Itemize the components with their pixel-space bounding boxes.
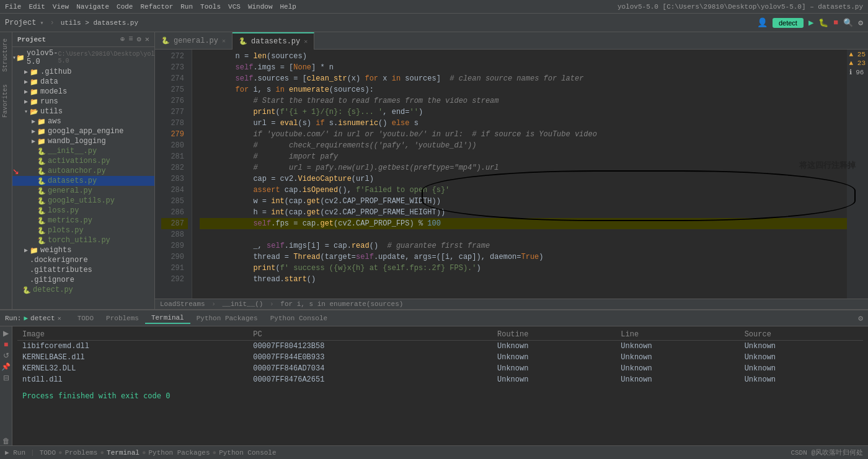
tree-dockerignore[interactable]: .dockerignore — [12, 255, 154, 265]
tree-datasets[interactable]: 🐍 datasets.py — [12, 176, 154, 186]
status-terminal[interactable]: Terminal — [107, 449, 140, 457]
menu-file[interactable]: File — [5, 3, 21, 11]
cell-routine-1: Unknown — [492, 352, 616, 363]
tree-data[interactable]: ▶ 📁 data — [12, 77, 154, 87]
tree-gitignore[interactable]: .gitignore — [12, 275, 154, 285]
line-281: 281 — [161, 151, 188, 162]
tree-google-utils[interactable]: 🐍 google_utils.py — [12, 196, 154, 206]
tab-close-datasets[interactable]: ✕ — [304, 38, 308, 45]
line-292: 292 — [161, 274, 188, 285]
favorites-tab[interactable]: Favorites — [0, 78, 12, 124]
tree-torch-utils[interactable]: 🐍 torch_utils.py — [12, 235, 154, 245]
collapse-icon[interactable]: ≡ — [128, 35, 133, 44]
tree-weights[interactable]: ▶ 📁 weights — [12, 245, 154, 255]
menu-navigate[interactable]: Navigate — [76, 3, 109, 11]
menu-help[interactable]: Help — [280, 3, 296, 11]
tree-metrics[interactable]: 🐍 metrics.py — [12, 216, 154, 225]
tab-python-console[interactable]: Python Console — [264, 313, 334, 323]
run-pin-btn[interactable]: 📌 — [1, 362, 11, 371]
tab-close-general[interactable]: ✕ — [222, 37, 226, 45]
folder-icon-weights: 📁 — [30, 247, 38, 255]
project-dropdown-icon[interactable]: ▾ — [40, 19, 43, 27]
tree-activations[interactable]: 🐍 activations.py — [12, 156, 154, 166]
bc-for[interactable]: for i, s in enumerate(sources) — [280, 300, 403, 308]
tree-arrow-aws: ▶ — [30, 118, 37, 125]
tree-init[interactable]: 🐍 __init__.py — [12, 146, 154, 156]
search-button[interactable]: 🔍 — [843, 18, 853, 28]
file-tree-title: Project — [17, 36, 120, 43]
run-stop-btn[interactable]: ■ — [4, 340, 8, 349]
tree-label-google-utils: google_utils.py — [48, 196, 115, 205]
menu-window[interactable]: Window — [248, 3, 273, 11]
cell-routine-0: Unknown — [492, 341, 616, 352]
tree-autoanchor[interactable]: 🐍 autoanchor.py ↘ — [12, 166, 154, 176]
code-line-286: h = int(cap.get(cv2.CAP_PROP_FRAME_HEIGH… — [200, 207, 847, 218]
tab-icon-datasets: 🐍 — [239, 37, 247, 45]
user-icon[interactable]: 👤 — [757, 17, 768, 28]
tab-terminal[interactable]: Terminal — [145, 313, 190, 324]
code-line-281: # import pafy — [200, 151, 847, 162]
settings-bottom-icon[interactable]: ⚙ — [858, 313, 863, 323]
tree-wandb[interactable]: ▶ 📁 wandb_logging — [12, 136, 154, 146]
tree-label-metrics: metrics.py — [48, 216, 92, 225]
code-content[interactable]: n = len(sources) self.imgs = [None] * n … — [192, 50, 847, 299]
py-icon-datasets: 🐍 — [37, 177, 46, 185]
tab-datasets[interactable]: 🐍 datasets.py ✕ — [232, 32, 314, 50]
tree-github[interactable]: ▶ 📁 .github — [12, 67, 154, 77]
close-icon[interactable]: ✕ — [145, 35, 149, 44]
menu-refactor[interactable]: Refactor — [140, 3, 173, 11]
tab-problems[interactable]: Problems — [100, 313, 145, 323]
run-clear-btn[interactable]: 🗑 — [2, 437, 10, 445]
left-tabs: Structure Favorites — [0, 32, 12, 309]
status-todo[interactable]: TODO — [40, 449, 56, 457]
tree-label-init: __init__.py — [48, 147, 97, 155]
tab-label-datasets: datasets.py — [251, 37, 300, 46]
menu-tools[interactable]: Tools — [200, 3, 221, 11]
tab-todo[interactable]: TODO — [71, 313, 100, 323]
line-288: 288 — [161, 229, 188, 240]
tree-label-loss: loss.py — [48, 206, 79, 215]
status-problems[interactable]: Problems — [65, 449, 98, 457]
tab-general[interactable]: 🐍 general.py ✕ — [155, 32, 232, 50]
code-line-287: self.fps = cap.get(cv2.CAP_PROP_FPS) % 1… — [200, 218, 847, 229]
tree-general[interactable]: 🐍 general.py — [12, 186, 154, 196]
bc-loadstreams[interactable]: LoadStreams — [160, 300, 205, 308]
cell-line-2: Unknown — [616, 363, 739, 374]
run-text: Run: — [5, 315, 21, 322]
detect-button[interactable]: detect — [773, 18, 804, 28]
line-274: 274 — [161, 73, 188, 84]
run-play-btn[interactable]: ▶ — [3, 329, 9, 338]
tree-plots[interactable]: 🐍 plots.py — [12, 225, 154, 235]
settings-icon[interactable]: ⚙ — [137, 35, 141, 44]
debug-button[interactable]: 🐛 — [818, 18, 828, 28]
tree-runs[interactable]: ▶ 📁 runs — [12, 97, 154, 107]
menu-view[interactable]: View — [53, 3, 69, 11]
stop-button[interactable]: ■ — [833, 18, 838, 27]
tab-python-packages[interactable]: Python Packages — [190, 313, 264, 323]
locate-icon[interactable]: ⊕ — [120, 35, 125, 44]
tree-google-app[interactable]: ▶ 📁 google_app_engine — [12, 126, 154, 136]
status-python-packages[interactable]: Python Packages — [149, 449, 210, 457]
code-line-279: if 'youtube.com/' in url or 'youtu.be/' … — [200, 129, 847, 140]
tree-loss[interactable]: 🐍 loss.py — [12, 206, 154, 216]
col-pc: PC — [248, 329, 492, 341]
run-button[interactable]: ▶ — [808, 17, 813, 28]
run-restart-btn[interactable]: ↺ — [3, 351, 9, 360]
tree-models[interactable]: ▶ 📁 models — [12, 87, 154, 97]
structure-tab[interactable]: Structure — [0, 32, 12, 78]
status-csdn: CSDN @风吹落叶归何处 — [790, 448, 863, 457]
menu-vcs[interactable]: VCS — [228, 3, 241, 11]
tree-gitattributes[interactable]: .gitattributes — [12, 265, 154, 275]
tree-aws[interactable]: ▶ 📁 aws — [12, 116, 154, 126]
tree-root[interactable]: ▾ 📁 yolov5-5.0 C:\Users\29810\Desktop\yo… — [12, 48, 154, 67]
bc-init[interactable]: __init__() — [222, 300, 263, 308]
tree-detect[interactable]: 🐍 detect.py — [12, 285, 154, 295]
menu-edit[interactable]: Edit — [29, 3, 45, 11]
run-filter-btn[interactable]: ⊟ — [3, 374, 9, 382]
tree-utils[interactable]: ▾ 📂 utils — [12, 107, 154, 116]
settings-button[interactable]: ⚙ — [858, 18, 863, 28]
menu-run[interactable]: Run — [180, 3, 193, 11]
status-python-console[interactable]: Python Console — [219, 449, 276, 457]
run-close-icon[interactable]: ✕ — [58, 315, 61, 322]
menu-code[interactable]: Code — [117, 3, 133, 11]
